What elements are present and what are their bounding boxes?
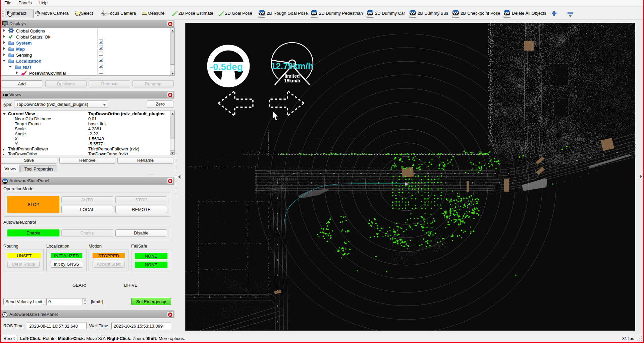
svg-text:15km/h: 15km/h (284, 78, 300, 83)
svg-text:-0.5deg: -0.5deg (210, 62, 243, 72)
svg-text:12.79km/h: 12.79km/h (271, 61, 313, 71)
